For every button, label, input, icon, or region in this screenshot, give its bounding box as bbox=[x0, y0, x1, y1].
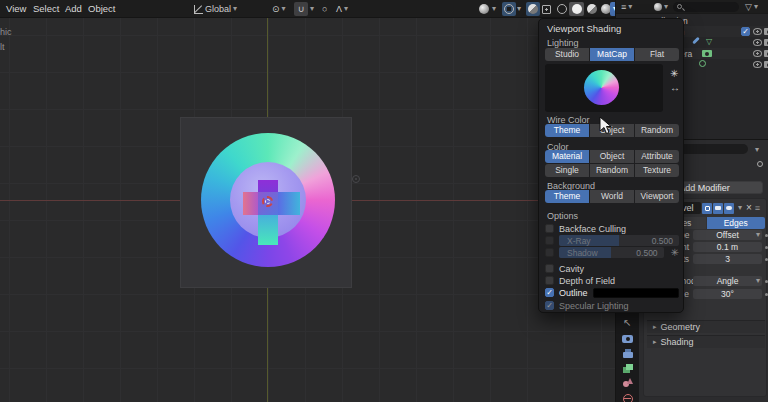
panel-geometry[interactable]: ▸ Geometry bbox=[647, 320, 765, 333]
show-gizmo-toggle[interactable] bbox=[477, 2, 491, 16]
outline-checkbox[interactable]: ✓ bbox=[545, 288, 554, 297]
hide-eye-icon[interactable] bbox=[753, 28, 762, 35]
render-visibility-icon[interactable] bbox=[764, 39, 768, 46]
lighting-matcap-button[interactable]: MatCap bbox=[590, 48, 634, 61]
flip-matcap-icon[interactable]: ↔ bbox=[670, 83, 680, 93]
active-object-overlay: ult bbox=[0, 42, 5, 52]
solid-icon bbox=[572, 4, 582, 14]
tab-view-layer[interactable] bbox=[621, 362, 634, 375]
proportional-falloff-dropdown[interactable]: Λ ▾ bbox=[336, 2, 348, 16]
transform-orientation-dropdown[interactable]: Global ▾ bbox=[194, 2, 237, 16]
pin-icon[interactable] bbox=[757, 161, 763, 167]
close-icon[interactable]: × bbox=[746, 203, 752, 213]
outliner-search-input[interactable] bbox=[673, 2, 739, 12]
tab-render[interactable] bbox=[621, 332, 634, 345]
xray-row: X-Ray 0.500 bbox=[545, 235, 679, 246]
menu-object[interactable]: Object bbox=[88, 3, 115, 14]
viewport-canvas[interactable]: phic ult bbox=[0, 18, 615, 402]
funnel-icon: ▽ bbox=[745, 2, 752, 12]
shading-wireframe-button[interactable] bbox=[554, 2, 569, 16]
color-object-button[interactable]: Object bbox=[590, 150, 634, 163]
cross-object-left-arm[interactable] bbox=[243, 192, 258, 215]
hide-eye-icon[interactable] bbox=[753, 61, 762, 68]
color-random-button[interactable]: Random bbox=[590, 164, 634, 177]
hide-eye-icon[interactable] bbox=[753, 39, 762, 46]
show-overlays-toggle[interactable] bbox=[502, 2, 516, 16]
gizmo-dropdown[interactable]: ▾ bbox=[492, 2, 496, 16]
shadow-slider[interactable]: Shadow 0.500 bbox=[559, 247, 664, 258]
light-object-icon[interactable] bbox=[352, 175, 360, 183]
matcap-preview-well[interactable] bbox=[545, 64, 663, 112]
backface-culling-checkbox[interactable] bbox=[545, 224, 554, 233]
modifier-extras-dropdown[interactable]: ▾ bbox=[738, 204, 742, 212]
snap-magnet-toggle[interactable]: ∪ bbox=[294, 2, 308, 16]
layers-icon bbox=[623, 364, 633, 373]
hide-eye-icon[interactable] bbox=[753, 50, 762, 57]
shadow-checkbox[interactable] bbox=[545, 248, 554, 257]
bg-theme-button[interactable]: Theme bbox=[545, 190, 589, 203]
proportional-editing-toggle[interactable]: ○ bbox=[322, 2, 327, 16]
realtime-display-toggle[interactable] bbox=[713, 203, 723, 214]
color-segmented-row2: Single Random Texture bbox=[545, 164, 679, 177]
xray-slider[interactable]: X-Ray 0.500 bbox=[559, 235, 679, 246]
render-visibility-icon[interactable] bbox=[764, 61, 768, 68]
wire-object-button[interactable]: Object bbox=[590, 124, 634, 137]
color-material-button[interactable]: Material bbox=[545, 150, 589, 163]
xray-mode-button[interactable] bbox=[539, 2, 554, 16]
color-texture-button[interactable]: Texture bbox=[635, 164, 679, 177]
menu-add[interactable]: Add bbox=[65, 3, 82, 14]
cross-object-right-arm[interactable] bbox=[278, 192, 300, 215]
tab-world[interactable] bbox=[621, 392, 634, 402]
chevron-down-icon: ▾ bbox=[492, 5, 496, 13]
render-display-toggle[interactable] bbox=[724, 203, 734, 214]
tab-scene[interactable] bbox=[621, 376, 634, 389]
amount-input[interactable]: 0.1 m bbox=[693, 242, 762, 252]
menu-view[interactable]: View bbox=[6, 3, 26, 14]
gear-icon[interactable]: ✳ bbox=[670, 69, 678, 79]
edit-mode-display-toggle[interactable] bbox=[702, 203, 712, 214]
cross-object-bottom-arm[interactable] bbox=[258, 215, 278, 245]
segments-input[interactable]: 3 bbox=[693, 254, 762, 264]
cavity-checkbox[interactable] bbox=[545, 264, 554, 273]
limit-method-dropdown[interactable]: Angle▾ bbox=[693, 276, 762, 286]
specular-lighting-checkbox[interactable]: ✓ bbox=[545, 301, 554, 310]
width-type-dropdown[interactable]: Offset▾ bbox=[693, 230, 762, 240]
display-mode-dropdown[interactable]: ▾ bbox=[654, 0, 668, 14]
bg-viewport-button[interactable]: Viewport bbox=[635, 190, 679, 203]
menu-select[interactable]: Select bbox=[33, 3, 59, 14]
shading-material-button[interactable] bbox=[584, 2, 599, 16]
collection-enable-checkbox[interactable]: ✓ bbox=[741, 27, 750, 36]
tab-edges[interactable]: Edges bbox=[707, 217, 766, 229]
lighting-flat-button[interactable]: Flat bbox=[635, 48, 679, 61]
toggle-xray-button[interactable] bbox=[526, 2, 540, 16]
shading-solid-button[interactable] bbox=[569, 2, 584, 16]
filter-dropdown[interactable]: ▽ ▾ bbox=[745, 0, 758, 14]
drag-handle-icon[interactable]: ≡ bbox=[755, 204, 760, 213]
chevron-down-icon[interactable]: ▾ bbox=[755, 146, 759, 154]
field-value: 3 bbox=[725, 254, 730, 264]
overlays-dropdown[interactable]: ▾ bbox=[517, 2, 521, 16]
angle-input[interactable]: 30° bbox=[693, 289, 762, 299]
pivot-point-dropdown[interactable]: ⊙ ▾ bbox=[272, 2, 286, 16]
snap-settings-dropdown[interactable]: ▾ bbox=[310, 2, 314, 16]
wire-theme-button[interactable]: Theme bbox=[545, 124, 589, 137]
wire-random-button[interactable]: Random bbox=[635, 124, 679, 137]
xray-checkbox[interactable] bbox=[545, 236, 554, 245]
panel-shading[interactable]: ▸ Shading bbox=[647, 335, 765, 348]
tab-tool[interactable]: ↖ bbox=[621, 316, 634, 329]
render-visibility-icon[interactable] bbox=[764, 50, 768, 57]
lighting-studio-button[interactable]: Studio bbox=[545, 48, 589, 61]
outline-color-swatch[interactable] bbox=[593, 288, 679, 298]
bg-world-button[interactable]: World bbox=[590, 190, 634, 203]
color-attribute-button[interactable]: Attribute bbox=[635, 150, 679, 163]
color-single-button[interactable]: Single bbox=[545, 164, 589, 177]
viewport-3d[interactable]: phic ult View Select Add Object Global ▾… bbox=[0, 0, 615, 402]
cavity-label: Cavity bbox=[559, 264, 584, 274]
matcap-sphere-preview[interactable] bbox=[584, 70, 619, 105]
tab-output[interactable] bbox=[621, 348, 634, 361]
editor-type-dropdown[interactable]: ≡ ▾ bbox=[621, 0, 632, 14]
gear-icon[interactable]: ✳ bbox=[671, 248, 679, 258]
depth-of-field-checkbox[interactable] bbox=[545, 276, 554, 285]
render-visibility-icon[interactable] bbox=[764, 28, 768, 35]
chevron-down-icon: ▾ bbox=[754, 3, 758, 11]
